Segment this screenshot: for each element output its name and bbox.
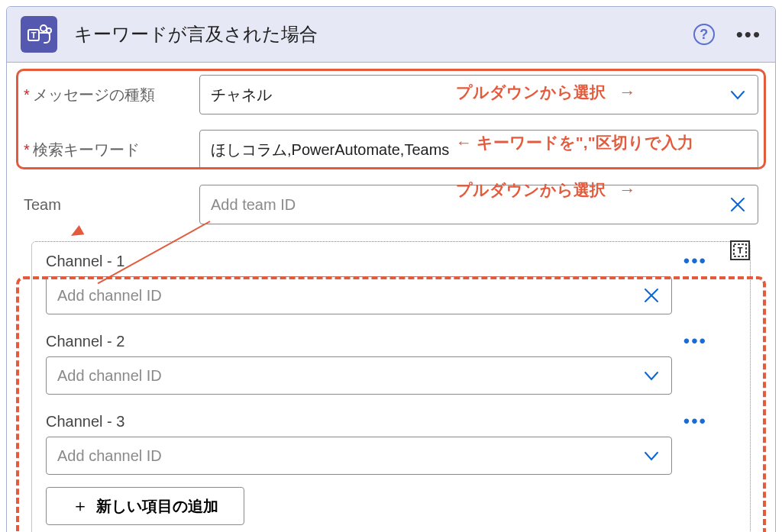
svg-text:T: T	[738, 246, 743, 255]
svg-point-2	[40, 25, 47, 31]
card-title: キーワードが言及された場合	[74, 22, 318, 47]
close-icon[interactable]	[642, 286, 661, 305]
chevron-down-icon	[642, 366, 661, 385]
chevron-down-icon	[642, 447, 661, 465]
teams-logo-icon: T	[21, 16, 57, 53]
card-header[interactable]: T キーワードが言及された場合 •••	[7, 7, 775, 63]
team-select[interactable]: Add team ID	[199, 185, 758, 224]
team-label: Team	[24, 196, 184, 214]
channel-3-input[interactable]: Add channel ID	[46, 437, 672, 475]
more-icon[interactable]: •••	[736, 23, 761, 47]
svg-text:T: T	[31, 31, 37, 40]
plus-icon: ＋	[72, 495, 89, 517]
message-type-select[interactable]: チャネル	[199, 75, 758, 114]
add-new-item-button[interactable]: ＋ 新しい項目の追加	[46, 487, 244, 525]
channel-label: Channel - 3	[46, 413, 736, 430]
item-menu-icon[interactable]: •••	[683, 411, 707, 432]
channel-label: Channel - 2	[46, 333, 736, 350]
chevron-down-icon	[729, 85, 747, 104]
close-icon[interactable]	[729, 195, 747, 214]
message-type-label: *メッセージの種類	[24, 85, 184, 105]
item-menu-icon[interactable]: •••	[683, 330, 707, 352]
help-icon[interactable]	[693, 24, 715, 45]
item-menu-icon[interactable]: •••	[683, 250, 707, 272]
channel-array-group: T ••• Channel - 1 Add channel ID	[31, 241, 751, 532]
search-keyword-input[interactable]: ほしコラム,PowerAutomate,Teams	[199, 130, 758, 169]
channel-2-input[interactable]: Add channel ID	[46, 356, 672, 395]
channel-1-input[interactable]: Add channel ID	[46, 276, 672, 314]
search-keyword-label: *検索キーワード	[24, 140, 184, 160]
